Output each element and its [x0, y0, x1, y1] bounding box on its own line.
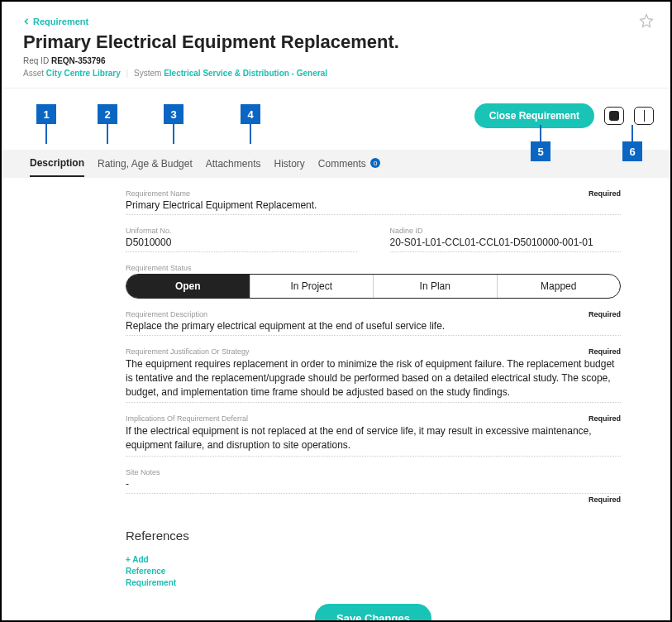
label-justification: Requirement Justification Or Strategy [126, 347, 250, 356]
save-row: Save Changes [126, 604, 621, 622]
status-option-mapped[interactable]: Mapped [498, 275, 621, 298]
callout-2-line [107, 124, 108, 144]
label-nadine-id: Nadine ID [390, 227, 423, 235]
callout-6-line [631, 125, 633, 141]
field-status: Requirement Status Open In Project In Pl… [126, 264, 621, 299]
callout-4-line [250, 124, 251, 144]
tab-rating-age-budget[interactable]: Rating, Age & Budget [98, 151, 193, 176]
meta-line: Asset City Centre Library | System Elect… [23, 69, 654, 78]
app-frame: Requirement Primary Electrical Equipment… [0, 0, 672, 622]
callout-3: 3 [164, 104, 183, 124]
status-option-in-plan[interactable]: In Plan [374, 275, 498, 298]
favorite-star-icon[interactable] [639, 13, 654, 31]
label-uniformat: Uniformat No. [126, 227, 172, 235]
value-uniformat[interactable]: D5010000 [126, 237, 357, 252]
meta-separator: | [126, 69, 129, 78]
value-description[interactable]: Replace the primary electrical equipment… [126, 320, 621, 336]
callout-3-line [173, 124, 174, 144]
asset-label: Asset [23, 69, 44, 78]
field-nadine-id: Nadine ID 20-S01-L01-CCL01-CCL01-D501000… [390, 227, 622, 252]
value-nadine-id[interactable]: 20-S01-L01-CCL01-CCL01-D5010000-001-01 [390, 237, 622, 252]
system-link[interactable]: Electrical Service & Distribution - Gene… [164, 69, 327, 78]
value-justification[interactable]: The equipment requires replacement in or… [126, 357, 621, 403]
value-site-notes[interactable]: - [126, 478, 621, 494]
header-card: Requirement Primary Electrical Equipment… [2, 2, 670, 89]
reqid-value: REQN-353796 [51, 56, 106, 65]
add-reference-link[interactable]: + Add Reference Requirement [126, 554, 176, 589]
system-label: System [134, 69, 161, 78]
value-implications[interactable]: If the electrical equipment is not repla… [126, 424, 621, 457]
form-content: Requirement NameRequired Primary Electri… [2, 178, 670, 622]
field-uniformat: Uniformat No. D5010000 [126, 227, 357, 252]
tab-attachments[interactable]: Attachments [206, 151, 261, 176]
callout-5: 5 [531, 141, 550, 161]
save-changes-button[interactable]: Save Changes [315, 604, 431, 622]
label-site-notes: Site Notes [126, 468, 160, 476]
callout-2: 2 [98, 104, 117, 124]
view-mode-split-button[interactable] [634, 107, 654, 125]
comments-count-badge: 0 [370, 158, 380, 168]
reqid-line: Req ID REQN-353796 [23, 56, 654, 65]
required-tag: Required [589, 414, 621, 423]
tab-strip: Description Rating, Age & Budget Attachm… [2, 150, 670, 178]
breadcrumb-back[interactable]: Requirement [23, 17, 88, 26]
required-tag: Required [589, 310, 621, 318]
status-option-open[interactable]: Open [126, 275, 250, 298]
status-segmented: Open In Project In Plan Mapped [126, 274, 621, 299]
references-section: References + Add Reference Requirement [126, 529, 621, 589]
reqid-label: Req ID [23, 56, 49, 65]
callout-4: 4 [241, 104, 260, 124]
callout-6: 6 [622, 141, 642, 161]
asset-link[interactable]: City Centre Library [46, 69, 121, 78]
callout-1-line [45, 124, 47, 144]
view-mode-compact-button[interactable] [604, 107, 624, 125]
field-requirement-name: Requirement NameRequired Primary Electri… [126, 189, 621, 215]
breadcrumb-label: Requirement [33, 17, 88, 26]
label-requirement-name: Requirement Name [126, 189, 190, 198]
value-requirement-name[interactable]: Primary Electrical Equipment Replacement… [126, 199, 621, 215]
callout-1: 1 [36, 104, 56, 124]
required-tag: Required [589, 495, 621, 504]
callout-5-line [540, 125, 541, 141]
tab-comments[interactable]: Comments 0 [318, 151, 380, 176]
label-description: Requirement Description [126, 310, 207, 318]
field-justification: Requirement Justification Or StrategyReq… [126, 347, 621, 403]
field-implications: Implications Of Requirement DeferralRequ… [126, 414, 621, 457]
required-tag: Required [589, 189, 621, 198]
field-description: Requirement DescriptionRequired Replace … [126, 310, 621, 336]
label-implications: Implications Of Requirement Deferral [126, 414, 248, 423]
tab-history[interactable]: History [274, 151, 304, 176]
page-title: Primary Electrical Equipment Replacement… [23, 31, 654, 53]
chevron-left-icon [23, 18, 30, 25]
close-requirement-button[interactable]: Close Requirement [474, 103, 594, 128]
required-tag: Required [589, 347, 621, 356]
label-status: Requirement Status [126, 264, 192, 272]
field-site-notes: Site Notes - Required [126, 468, 621, 504]
status-option-in-project[interactable]: In Project [250, 275, 374, 298]
references-heading: References [126, 529, 621, 543]
tab-description[interactable]: Description [30, 151, 84, 177]
tab-comments-label: Comments [318, 158, 366, 170]
